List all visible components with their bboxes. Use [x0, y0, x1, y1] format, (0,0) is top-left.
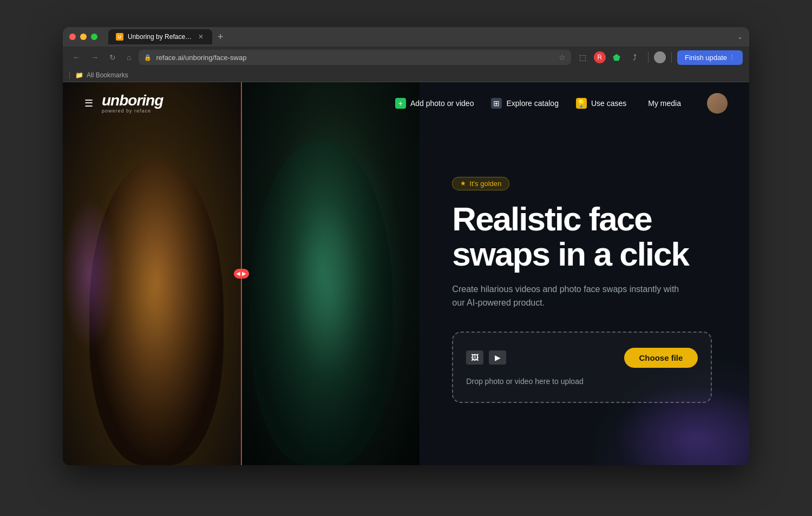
add-photo-icon: +	[395, 98, 406, 109]
tab-close-button[interactable]: ✕	[197, 33, 205, 41]
swapped-face-image	[241, 82, 420, 465]
tab-bar: U Unboring by Reface – AI Face... ✕ +	[108, 29, 733, 44]
upload-prompt-text: Drop photo or video here to upload	[466, 376, 698, 387]
url-text: reface.ai/unboring/face-swap	[156, 54, 554, 62]
choose-file-button[interactable]: Choose file	[624, 348, 698, 368]
hero-title: Realistic face swaps in a click	[452, 201, 717, 272]
hero-subtitle: Create hilarious videos and photo face s…	[452, 282, 679, 310]
logo-subtext: powered by reface	[102, 108, 163, 114]
split-divider: ◀ ▶	[241, 82, 242, 465]
upload-top-row: 🖼 ▶ Choose file	[466, 348, 698, 368]
photo-upload-icon: 🖼	[466, 350, 483, 365]
upload-icon-group: 🖼 ▶	[466, 350, 506, 365]
badge-text: It's golden	[469, 180, 501, 188]
tab-dropdown-button[interactable]: ⌄	[737, 33, 743, 41]
forward-button[interactable]: →	[88, 51, 102, 64]
my-media-link[interactable]: My media	[648, 99, 681, 108]
arrow-right-icon: ▶	[242, 271, 246, 276]
maximize-button[interactable]	[91, 34, 97, 40]
hero-content: ★ It's golden Realistic face swaps in a …	[420, 82, 749, 465]
home-button[interactable]: ⌂	[123, 51, 134, 64]
toolbar-icons: ⬚ R ⬟ ⤴ Finish update ⋮	[575, 50, 743, 65]
explore-catalog-link[interactable]: ⊞ Explore catalog	[491, 98, 559, 109]
site-navigation: ☰ unboring powered by reface + Add photo…	[63, 82, 749, 124]
website-content: ☰ unboring powered by reface + Add photo…	[63, 82, 749, 465]
hero-section: ◀ ▶ ★ It's golden Realistic face swaps i…	[63, 82, 749, 465]
use-cases-label: Use cases	[591, 99, 626, 108]
share-icon[interactable]: ⤴	[627, 50, 643, 65]
hero-title-line2: swaps in a click	[452, 235, 689, 273]
security-icon: 🔒	[144, 54, 152, 61]
hamburger-menu-icon[interactable]: ☰	[84, 97, 93, 109]
hero-title-line1: Realistic face	[452, 200, 651, 237]
reload-button[interactable]: ↻	[106, 51, 119, 64]
toolbar-separator-2	[671, 52, 672, 63]
split-handle[interactable]: ◀ ▶	[234, 269, 249, 279]
active-tab[interactable]: U Unboring by Reface – AI Face... ✕	[108, 29, 212, 44]
back-button[interactable]: ←	[69, 51, 83, 64]
logo[interactable]: unboring powered by reface	[102, 93, 163, 114]
minimize-button[interactable]	[80, 34, 87, 40]
use-cases-link[interactable]: 💡 Use cases	[576, 98, 626, 109]
star-icon: ★	[460, 180, 466, 187]
browser-window: U Unboring by Reface – AI Face... ✕ + ⌄ …	[63, 27, 749, 465]
reface-icon[interactable]: R	[594, 51, 606, 63]
bookmarks-folder-icon: 📁	[75, 71, 83, 79]
close-button[interactable]	[69, 34, 76, 40]
tab-title: Unboring by Reface – AI Face...	[128, 33, 193, 41]
add-photo-link[interactable]: + Add photo or video	[395, 98, 474, 109]
bookmarks-separator	[69, 71, 70, 79]
bookmarks-label[interactable]: All Bookmarks	[87, 71, 128, 79]
toolbar-separator	[648, 52, 649, 63]
explore-icon: ⊞	[491, 98, 502, 109]
browser-toolbar: ← → ↻ ⌂ 🔒 reface.ai/unboring/face-swap ☆…	[63, 47, 749, 68]
bookmark-star-icon[interactable]: ☆	[559, 53, 566, 62]
video-upload-icon: ▶	[489, 350, 506, 365]
upload-dropzone[interactable]: 🖼 ▶ Choose file Drop photo or video here…	[452, 332, 712, 403]
use-cases-icon: 💡	[576, 98, 587, 109]
new-tab-button[interactable]: +	[214, 31, 227, 43]
arrow-left-icon: ◀	[236, 271, 240, 276]
logo-text: unboring	[102, 93, 163, 108]
add-photo-label: Add photo or video	[410, 99, 474, 108]
golden-badge: ★ It's golden	[452, 177, 509, 190]
user-avatar[interactable]	[707, 93, 728, 114]
tab-favicon: U	[116, 33, 123, 41]
green-extension-icon[interactable]: ⬟	[609, 50, 624, 65]
extensions-icon[interactable]: ⬚	[575, 50, 591, 65]
swapped-face	[241, 82, 420, 465]
finish-update-button[interactable]: Finish update ⋮	[677, 50, 743, 65]
finish-update-chevron-icon: ⋮	[729, 54, 735, 61]
original-face	[63, 82, 241, 465]
nav-links: + Add photo or video ⊞ Explore catalog 💡…	[395, 93, 728, 114]
profile-avatar[interactable]	[654, 51, 666, 63]
original-face-image	[63, 82, 241, 465]
face-swap-image: ◀ ▶	[63, 82, 420, 465]
explore-label: Explore catalog	[506, 99, 559, 108]
bookmarks-bar: 📁 All Bookmarks	[63, 68, 749, 82]
avatar-image	[707, 93, 728, 114]
browser-titlebar: U Unboring by Reface – AI Face... ✕ + ⌄	[63, 27, 749, 47]
address-bar[interactable]: 🔒 reface.ai/unboring/face-swap ☆	[139, 50, 571, 65]
